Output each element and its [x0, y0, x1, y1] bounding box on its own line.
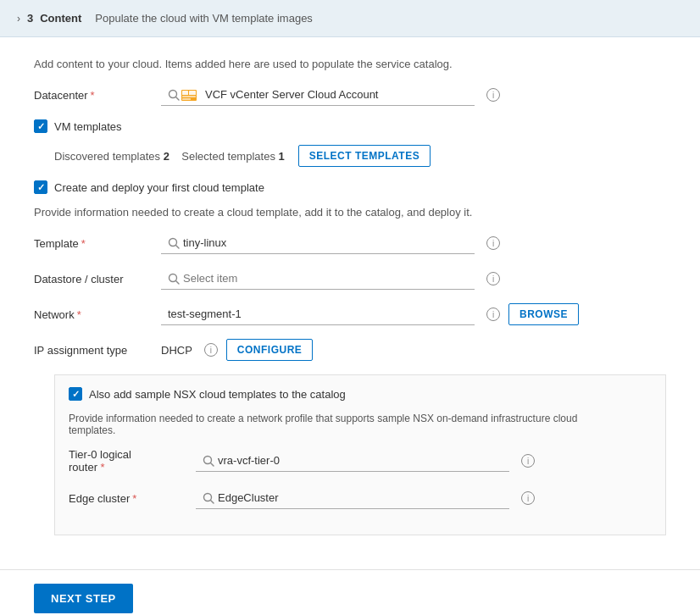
ip-assignment-info-icon[interactable]: i — [204, 343, 218, 357]
tier0-row: Tier-0 logical router * i — [69, 448, 652, 474]
vm-templates-label: VM templates — [54, 120, 121, 133]
nsx-checkbox[interactable]: ✓ — [69, 387, 82, 401]
svg-rect-4 — [189, 91, 196, 95]
edge-search-icon — [203, 492, 214, 504]
svg-line-1 — [176, 97, 180, 101]
nsx-checkmark: ✓ — [72, 389, 80, 400]
datacenter-required-star: * — [91, 89, 95, 102]
edge-info-icon[interactable]: i — [521, 491, 535, 505]
datacenter-input-wrapper — [161, 84, 475, 106]
template-required-star: * — [81, 237, 86, 250]
browse-button[interactable]: BROWSE — [508, 303, 579, 325]
svg-rect-3 — [182, 91, 188, 95]
svg-line-8 — [176, 246, 180, 249]
deploy-checkmark: ✓ — [37, 182, 45, 193]
header-step-number: 3 — [27, 12, 33, 25]
datastore-row: Datastore / cluster i — [34, 268, 666, 290]
tier0-input-wrapper — [196, 450, 509, 472]
nsx-checkbox-label: Also add sample NSX cloud templates to t… — [89, 388, 346, 401]
svg-rect-5 — [182, 96, 196, 97]
vm-templates-checkmark: ✓ — [37, 121, 45, 132]
datacenter-input[interactable] — [161, 84, 475, 106]
nsx-checkbox-row: ✓ Also add sample NSX cloud templates to… — [69, 387, 652, 401]
tier0-label: Tier-0 logical router * — [69, 448, 187, 474]
datacenter-label: Datacenter * — [34, 89, 153, 102]
svg-line-10 — [176, 281, 180, 285]
vm-templates-checkbox[interactable]: ✓ — [34, 119, 47, 133]
template-search-icon — [168, 237, 180, 249]
header-chevron-icon: › — [17, 13, 20, 25]
network-info-icon[interactable]: i — [486, 308, 500, 321]
next-step-button[interactable]: NEXT STEP — [34, 584, 133, 613]
deploy-checkbox-row: ✓ Create and deploy your first cloud tem… — [34, 180, 666, 194]
select-templates-button[interactable]: SELECT TEMPLATES — [298, 145, 431, 167]
configure-button[interactable]: CONFIGURE — [226, 339, 314, 361]
datastore-input-wrapper — [161, 268, 475, 290]
network-input[interactable] — [161, 303, 475, 325]
svg-line-14 — [211, 501, 214, 504]
ip-assignment-value: DHCP — [161, 344, 192, 357]
edge-cluster-input-wrapper — [196, 487, 509, 509]
template-input[interactable] — [161, 232, 475, 254]
ip-assignment-row: IP assignment type DHCP i CONFIGURE — [34, 339, 666, 361]
footer-bar: NEXT STEP — [0, 569, 700, 615]
datastore-label: Datastore / cluster — [34, 273, 153, 285]
template-label: Template * — [34, 237, 153, 250]
edge-cluster-row: Edge cluster * i — [69, 487, 652, 509]
edge-cluster-label: Edge cluster * — [69, 492, 187, 505]
selected-count: 1 — [279, 150, 285, 163]
content-area: Add content to your cloud. Items added h… — [0, 37, 700, 569]
templates-info-row: Discovered templates 2 Selected template… — [54, 145, 666, 167]
tier0-input[interactable] — [196, 450, 509, 472]
template-row: Template * i — [34, 232, 666, 254]
template-info-icon[interactable]: i — [486, 236, 500, 250]
network-input-wrapper — [161, 303, 475, 325]
nsx-section: ✓ Also add sample NSX cloud templates to… — [54, 374, 666, 535]
network-label: Network * — [34, 308, 153, 321]
deploy-description: Provide information needed to create a c… — [34, 206, 525, 219]
nsx-description: Provide information needed to create a n… — [69, 413, 611, 436]
datastore-search-icon — [168, 273, 180, 285]
deploy-label: Create and deploy your first cloud templ… — [54, 181, 264, 194]
vcenter-icon — [181, 90, 200, 101]
datacenter-row: Datacenter * — [34, 84, 666, 106]
intro-text: Add content to your cloud. Items added h… — [34, 58, 666, 70]
template-input-wrapper — [161, 232, 475, 254]
discovered-templates-text: Discovered templates 2 Selected template… — [54, 150, 285, 163]
header-step-title: Content — [40, 12, 81, 25]
header-bar: › 3 Content Populate the cloud with VM t… — [0, 0, 700, 37]
tier0-info-icon[interactable]: i — [521, 454, 535, 468]
network-row: Network * i BROWSE — [34, 303, 666, 325]
tier0-search-icon — [203, 455, 214, 467]
edge-required-star: * — [132, 492, 136, 505]
datastore-input[interactable] — [161, 268, 475, 290]
svg-line-12 — [211, 463, 214, 467]
tier0-sublabel: router * — [69, 461, 187, 474]
header-step-description: Populate the cloud with VM template imag… — [95, 12, 313, 25]
ip-assignment-label: IP assignment type — [34, 344, 153, 357]
discovered-count: 2 — [164, 150, 169, 163]
datacenter-search-icon — [168, 89, 180, 101]
network-required-star: * — [77, 308, 81, 321]
tier0-required-star: * — [101, 461, 105, 474]
datastore-info-icon[interactable]: i — [486, 272, 500, 285]
deploy-checkbox[interactable]: ✓ — [34, 180, 47, 194]
svg-rect-6 — [182, 98, 191, 100]
edge-cluster-input[interactable] — [196, 487, 509, 509]
datacenter-info-icon[interactable]: i — [486, 88, 500, 102]
vm-templates-checkbox-row: ✓ VM templates — [34, 119, 666, 133]
